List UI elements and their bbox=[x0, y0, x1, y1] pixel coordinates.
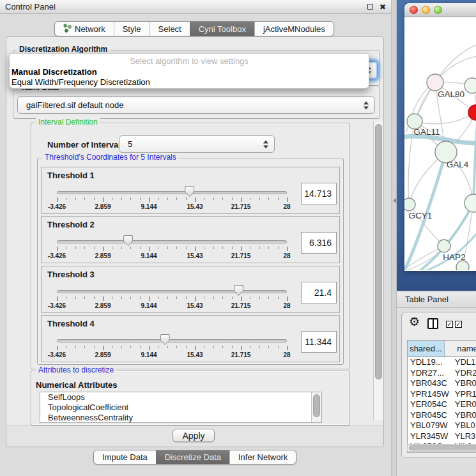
slider-tick-labels: -3.4262.8599.14415.4321.71528 bbox=[57, 351, 287, 360]
network-node-label: GAL80 bbox=[438, 89, 464, 99]
column-header-name[interactable]: name bbox=[445, 341, 476, 357]
network-node-label: GAL4 bbox=[447, 160, 469, 169]
table-data-combo[interactable]: galFiltered.sif default node bbox=[17, 96, 375, 114]
network-canvas[interactable]: GAL80GACGAL11GAL4GCY1HHAP2 bbox=[404, 17, 476, 270]
threshold-value-field[interactable]: 14.713 bbox=[301, 183, 337, 204]
table-data-combo-value: galFiltered.sif default node bbox=[26, 100, 123, 110]
threshold-value-field[interactable]: 11.344 bbox=[301, 331, 337, 353]
table-row[interactable]: YBR043CYBR0 bbox=[408, 378, 476, 389]
gear-icon[interactable]: ⚙ bbox=[409, 316, 420, 328]
combo-arrows-icon bbox=[263, 140, 268, 148]
threshold-slider-thumb[interactable] bbox=[234, 285, 243, 296]
table-horizontal-scrollbar[interactable] bbox=[407, 444, 476, 452]
number-of-intervals-combo[interactable]: 5 bbox=[119, 135, 275, 153]
threshold-slider-track[interactable] bbox=[57, 191, 287, 194]
screen: Control Panel ✖ Network Style Select Cyn… bbox=[0, 0, 476, 476]
algorithm-popup-placeholder: Select algorithm to view settings bbox=[10, 56, 369, 66]
list-item[interactable]: BetweennessCentrality bbox=[40, 413, 321, 423]
network-icon bbox=[63, 24, 72, 35]
algorithm-option-manual[interactable]: Manual Discretization bbox=[12, 67, 97, 77]
float-window-icon[interactable] bbox=[367, 4, 373, 10]
slider-ticks bbox=[57, 296, 287, 302]
table-row[interactable]: YER054CYER0 bbox=[408, 399, 476, 410]
table-row[interactable]: YBL079WYBL0 bbox=[408, 420, 476, 431]
checkbox-icon[interactable]: ✓ bbox=[446, 321, 453, 328]
threshold-value-field[interactable]: 6.316 bbox=[301, 232, 337, 254]
numerical-attributes-label: Numerical Attributes bbox=[36, 380, 117, 390]
tab-discretize-data[interactable]: Discretize Data bbox=[156, 450, 229, 464]
close-traffic-light-icon[interactable] bbox=[410, 6, 418, 14]
threshold-slider-thumb[interactable] bbox=[160, 334, 170, 345]
slider-ticks bbox=[57, 247, 287, 252]
panel-splitter[interactable] bbox=[391, 0, 397, 476]
apply-button[interactable]: Apply bbox=[173, 429, 215, 442]
table-panel: ⚙ ✓ ✓ shared... name YDL19...YDL1YDR27..… bbox=[401, 312, 476, 458]
threshold-label: Threshold 4 bbox=[47, 319, 95, 328]
list-item[interactable]: TopologicalCoefficient bbox=[40, 403, 321, 413]
threshold-slider-thumb[interactable] bbox=[185, 186, 194, 197]
number-of-intervals-label: Number of Intervals bbox=[47, 140, 125, 150]
minimize-traffic-light-icon[interactable] bbox=[422, 6, 430, 14]
network-node[interactable] bbox=[464, 194, 476, 212]
network-node-label: GCY1 bbox=[409, 211, 433, 220]
threshold-label: Threshold 3 bbox=[47, 270, 95, 279]
table-row[interactable]: YPR145WYPR1 bbox=[408, 389, 476, 400]
thresholds-group-title: Threshold's Coordinates for 5 Intervals bbox=[42, 153, 179, 162]
tab-jactivemnodules[interactable]: jActiveMNodules bbox=[254, 22, 334, 36]
network-node[interactable] bbox=[427, 74, 443, 91]
slider-ticks bbox=[57, 346, 287, 351]
threshold-panel: Threshold 2 -3.4262.8599.14415.4321.7152… bbox=[41, 216, 340, 263]
number-of-intervals-value: 5 bbox=[128, 139, 132, 149]
network-node[interactable] bbox=[468, 105, 476, 120]
threshold-slider-track[interactable] bbox=[57, 290, 287, 293]
right-side: GAL80GACGAL11GAL4GCY1HHAP2 Table Panel ⚙… bbox=[397, 0, 476, 476]
column-header-shared-name[interactable]: shared... bbox=[408, 341, 445, 357]
network-node-label: GAL11 bbox=[413, 127, 440, 137]
network-node[interactable] bbox=[438, 240, 450, 252]
zoom-traffic-light-icon[interactable] bbox=[434, 6, 442, 14]
table-panel-title: Table Panel bbox=[405, 295, 449, 304]
algorithm-option-equal-width[interactable]: Equal Width/Frequency Discretization bbox=[12, 77, 150, 87]
tab-infer-network[interactable]: Infer Network bbox=[229, 450, 296, 464]
threshold-label: Threshold 2 bbox=[47, 220, 95, 229]
columns-icon[interactable] bbox=[427, 318, 438, 329]
threshold-value-field[interactable]: 21.4 bbox=[301, 282, 337, 303]
tab-select[interactable]: Select bbox=[150, 22, 190, 36]
tab-network[interactable]: Network bbox=[55, 22, 114, 36]
threshold-panel: Threshold 4 -3.4262.8599.14415.4321.7152… bbox=[41, 315, 340, 362]
numerical-attributes-list[interactable]: SelfLoops TopologicalCoefficient Between… bbox=[40, 392, 322, 423]
content-scrollbar[interactable] bbox=[373, 121, 383, 420]
threshold-slider-thumb[interactable] bbox=[123, 235, 133, 246]
table-row[interactable]: YDR27...YDR2 bbox=[408, 368, 476, 379]
threshold-slider-track[interactable] bbox=[57, 240, 287, 243]
threshold-panel: Threshold 3 -3.4262.8599.14415.4321.7152… bbox=[41, 266, 340, 313]
slider-tick-labels: -3.4262.8599.14415.4321.71528 bbox=[57, 302, 287, 311]
tab-impute-data[interactable]: Impute Data bbox=[94, 450, 156, 464]
attributes-list-scrollbar[interactable] bbox=[311, 392, 321, 422]
network-node[interactable] bbox=[456, 261, 469, 270]
node-table: shared... name YDL19...YDL1YDR27...YDR2Y… bbox=[407, 340, 476, 453]
slider-tick-labels: -3.4262.8599.14415.4321.71528 bbox=[57, 203, 287, 212]
tab-cyni-toolbox[interactable]: Cyni Toolbox bbox=[190, 22, 254, 36]
control-panel-tabs: Network Style Select Cyni Toolbox jActiv… bbox=[54, 21, 334, 36]
control-panel-titlebar: Control Panel ✖ bbox=[0, 0, 391, 14]
combo-arrows-icon bbox=[364, 101, 369, 109]
network-node[interactable] bbox=[404, 198, 415, 211]
tab-style[interactable]: Style bbox=[114, 22, 150, 36]
list-item[interactable]: SelfLoops bbox=[40, 392, 321, 403]
table-row[interactable]: YBR045CYBR0 bbox=[408, 410, 476, 421]
network-window-titlebar bbox=[404, 3, 476, 17]
network-node[interactable] bbox=[464, 78, 476, 93]
table-panel-titlebar: Table Panel bbox=[397, 291, 476, 308]
network-graph: GAL80GACGAL11GAL4GCY1HHAP2 bbox=[404, 17, 476, 270]
interval-definition-group-title: Interval Definition bbox=[36, 118, 100, 127]
control-panel-title: Control Panel bbox=[5, 2, 56, 12]
slider-tick-labels: -3.4262.8599.14415.4321.71528 bbox=[57, 252, 287, 261]
splitter-collapse-icon[interactable] bbox=[393, 198, 396, 203]
threshold-slider-track[interactable] bbox=[57, 339, 287, 342]
algorithm-dropdown-popup: Select algorithm to view settings Manual… bbox=[9, 53, 369, 89]
checkbox-icon[interactable]: ✓ bbox=[455, 321, 462, 328]
table-row[interactable]: YLR345WYLR3 bbox=[408, 431, 476, 442]
close-icon[interactable]: ✖ bbox=[380, 3, 386, 11]
table-row[interactable]: YDL19...YDL1 bbox=[408, 357, 476, 368]
